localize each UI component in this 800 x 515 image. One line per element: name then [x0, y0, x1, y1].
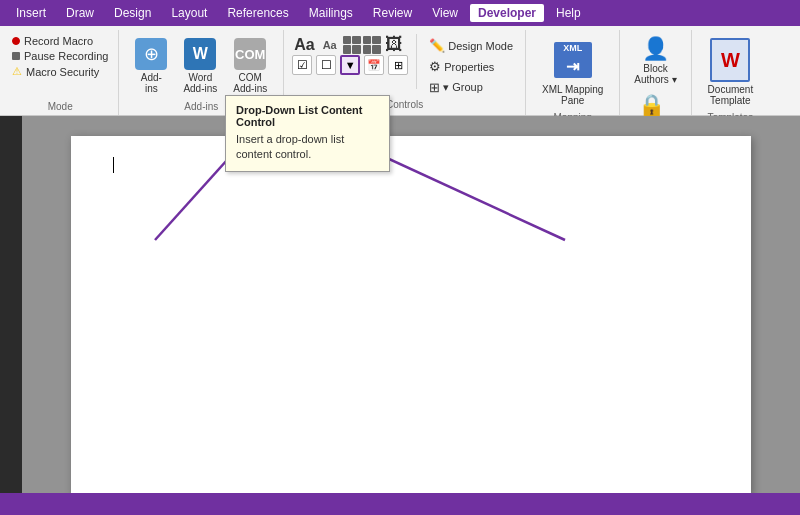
properties-btn[interactable]: ⚙ Properties	[425, 57, 517, 76]
ribbon-group-protect: 👤 BlockAuthors ▾ 🔒 RestrictEditing Prote…	[620, 30, 691, 115]
doc-page[interactable]	[71, 136, 751, 493]
group-btn[interactable]: ⊞ ▾ Group	[425, 78, 517, 97]
addins-group-content: ⊕ Add-ins W WordAdd-ins COM COMAdd-ins	[129, 34, 273, 99]
record-macro-label: Record Macro	[24, 35, 93, 47]
warning-icon: ⚠	[12, 65, 22, 78]
ribbon-group-templates: W DocumentTemplate Templates	[692, 30, 770, 115]
menu-references[interactable]: References	[219, 4, 296, 22]
picture-ctrl-btn[interactable]: 🖼	[385, 34, 403, 55]
tooltip-title: Drop-Down List Content Control	[236, 104, 379, 128]
menu-bar: Insert Draw Design Layout References Mai…	[0, 0, 800, 26]
menu-layout[interactable]: Layout	[163, 4, 215, 22]
aa-large-btn[interactable]: Aa	[292, 35, 316, 55]
xml-icon-top: XML	[554, 42, 592, 54]
addins-icon-symbol: ⊕	[144, 43, 159, 65]
grid-icon-2[interactable]	[363, 36, 381, 54]
macro-security-btn[interactable]: ⚠ Macro Security	[10, 64, 110, 79]
ribbon-group-mapping: XML ⇥ XML MappingPane Mapping	[526, 30, 620, 115]
block-authors-icon: 👤	[642, 36, 669, 62]
grid-icons-row	[343, 36, 381, 54]
controls-right: ✏️ Design Mode ⚙ Properties ⊞ ▾ Group	[425, 34, 517, 97]
document-template-icon: W	[710, 38, 750, 82]
block-ctrl-btn[interactable]: ⊞	[388, 55, 408, 75]
macro-security-label: Macro Security	[26, 66, 99, 78]
document-template-btn[interactable]: W DocumentTemplate	[702, 34, 760, 110]
addins-icon: ⊕	[135, 38, 167, 70]
grid-icon-1[interactable]	[343, 36, 361, 54]
dropdown-ctrl-btn[interactable]: ▼	[340, 55, 360, 75]
controls-aa-row: Aa Aa 🖼	[292, 34, 408, 55]
properties-icon: ⚙	[429, 59, 441, 74]
xml-mapping-icon: XML ⇥	[551, 38, 595, 82]
aa-small-btn[interactable]: Aa	[321, 38, 339, 52]
block-authors-label: BlockAuthors ▾	[634, 63, 676, 85]
date-ctrl-btn[interactable]: 📅	[364, 55, 384, 75]
ribbon: Record Macro Pause Recording ⚠ Macro Sec…	[0, 26, 800, 116]
status-bar	[0, 493, 800, 515]
mode-group-content: Record Macro Pause Recording ⚠ Macro Sec…	[10, 34, 110, 99]
menu-review[interactable]: Review	[365, 4, 420, 22]
record-macro-btn[interactable]: Record Macro	[10, 34, 110, 48]
pause-recording-label: Pause Recording	[24, 50, 108, 62]
design-mode-icon: ✏️	[429, 38, 445, 53]
com-addins-btn[interactable]: COM COMAdd-ins	[227, 34, 273, 98]
menu-draw[interactable]: Draw	[58, 4, 102, 22]
checkbox-ctrl-1[interactable]: ☑	[292, 55, 312, 75]
menu-insert[interactable]: Insert	[8, 4, 54, 22]
sidebar	[0, 116, 22, 493]
xml-mapping-label: XML MappingPane	[542, 84, 603, 106]
design-mode-btn[interactable]: ✏️ Design Mode	[425, 36, 517, 55]
record-dot	[12, 37, 20, 45]
mode-group-label: Mode	[10, 99, 110, 115]
checkbox-ctrl-2[interactable]: ☐	[316, 55, 336, 75]
menu-help[interactable]: Help	[548, 4, 589, 22]
menu-design[interactable]: Design	[106, 4, 159, 22]
group-icon: ⊞	[429, 80, 440, 95]
pause-recording-btn[interactable]: Pause Recording	[10, 49, 110, 63]
pause-icon	[12, 52, 20, 60]
design-mode-label: Design Mode	[448, 40, 513, 52]
template-w-icon: W	[721, 49, 740, 72]
xml-icon-body: ⇥	[554, 54, 592, 78]
menu-developer[interactable]: Developer	[470, 4, 544, 22]
word-addins-symbol: W	[193, 45, 208, 63]
block-authors-btn[interactable]: 👤 BlockAuthors ▾	[630, 34, 680, 87]
com-addins-label: COMAdd-ins	[233, 72, 267, 94]
menu-mailings[interactable]: Mailings	[301, 4, 361, 22]
controls-checkboxes-row: ☑ ☐ ▼ 📅 ⊞	[292, 55, 408, 75]
menu-view[interactable]: View	[424, 4, 466, 22]
word-addins-icon: W	[184, 38, 216, 70]
addins-label: Add-ins	[141, 72, 162, 94]
controls-left: Aa Aa 🖼 ☑ ☐ ▼ 📅	[292, 34, 408, 75]
document-template-label: DocumentTemplate	[708, 84, 754, 106]
word-addins-btn[interactable]: W WordAdd-ins	[177, 34, 223, 98]
properties-label: Properties	[444, 61, 494, 73]
text-cursor	[113, 157, 114, 173]
ribbon-group-mode: Record Macro Pause Recording ⚠ Macro Sec…	[6, 30, 119, 115]
controls-separator	[416, 34, 417, 89]
com-addins-symbol: COM	[235, 47, 265, 62]
tooltip-box: Drop-Down List Content Control Insert a …	[225, 95, 390, 172]
addins-btn[interactable]: ⊕ Add-ins	[129, 34, 173, 98]
com-addins-icon: COM	[234, 38, 266, 70]
tooltip-body: Insert a drop-down list content control.	[236, 132, 379, 163]
controls-section: Aa Aa 🖼 ☑ ☐ ▼ 📅	[292, 34, 517, 97]
doc-area[interactable]	[22, 116, 800, 493]
main-layout	[0, 116, 800, 493]
group-label: ▾ Group	[443, 81, 483, 94]
xml-mapping-btn[interactable]: XML ⇥ XML MappingPane	[536, 34, 609, 110]
word-addins-label: WordAdd-ins	[183, 72, 217, 94]
